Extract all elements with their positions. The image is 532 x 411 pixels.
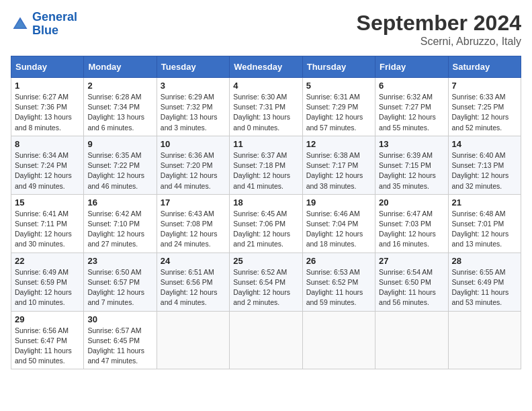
day-info: Sunrise: 6:37 AMSunset: 7:18 PMDaylight:… bbox=[233, 150, 298, 191]
calendar-cell: 4 Sunrise: 6:30 AMSunset: 7:31 PMDayligh… bbox=[230, 78, 302, 136]
day-number: 28 bbox=[452, 256, 517, 266]
calendar-cell: 30 Sunrise: 6:57 AMSunset: 6:45 PMDaylig… bbox=[84, 311, 157, 369]
day-info: Sunrise: 6:31 AMSunset: 7:29 PMDaylight:… bbox=[306, 92, 371, 133]
day-number: 11 bbox=[233, 139, 298, 149]
day-number: 19 bbox=[306, 197, 371, 208]
weekday-header-saturday: Saturday bbox=[448, 56, 521, 78]
day-number: 30 bbox=[87, 314, 152, 324]
logo: General Blue bbox=[11, 11, 77, 38]
day-number: 27 bbox=[379, 256, 444, 266]
day-number: 26 bbox=[306, 256, 371, 266]
day-number: 3 bbox=[161, 81, 226, 91]
logo-general: General bbox=[32, 10, 77, 24]
day-number: 9 bbox=[87, 139, 152, 149]
day-number: 23 bbox=[87, 256, 152, 266]
day-number: 5 bbox=[306, 81, 371, 91]
calendar-cell bbox=[230, 311, 302, 369]
day-info: Sunrise: 6:42 AMSunset: 7:10 PMDaylight:… bbox=[87, 209, 152, 250]
day-number: 24 bbox=[161, 256, 226, 266]
day-info: Sunrise: 6:34 AMSunset: 7:24 PMDaylight:… bbox=[15, 150, 80, 191]
day-info: Sunrise: 6:30 AMSunset: 7:31 PMDaylight:… bbox=[233, 92, 298, 133]
calendar-cell bbox=[448, 311, 521, 369]
day-number: 13 bbox=[379, 139, 444, 149]
day-number: 10 bbox=[161, 139, 226, 149]
weekday-header-friday: Friday bbox=[375, 56, 448, 78]
calendar-cell: 25 Sunrise: 6:52 AMSunset: 6:54 PMDaylig… bbox=[230, 253, 302, 311]
location: Scerni, Abruzzo, Italy bbox=[357, 36, 521, 48]
calendar-cell: 3 Sunrise: 6:29 AMSunset: 7:32 PMDayligh… bbox=[157, 78, 229, 136]
day-info: Sunrise: 6:50 AMSunset: 6:57 PMDaylight:… bbox=[87, 267, 152, 308]
weekday-header-wednesday: Wednesday bbox=[230, 56, 302, 78]
day-number: 12 bbox=[306, 139, 371, 149]
calendar-cell: 9 Sunrise: 6:35 AMSunset: 7:22 PMDayligh… bbox=[84, 136, 157, 194]
day-number: 15 bbox=[15, 197, 80, 208]
calendar-cell: 10 Sunrise: 6:36 AMSunset: 7:20 PMDaylig… bbox=[157, 136, 229, 194]
day-number: 25 bbox=[233, 256, 298, 266]
day-info: Sunrise: 6:46 AMSunset: 7:04 PMDaylight:… bbox=[306, 209, 371, 250]
calendar-cell: 2 Sunrise: 6:28 AMSunset: 7:34 PMDayligh… bbox=[84, 78, 157, 136]
day-number: 20 bbox=[379, 197, 444, 208]
logo-blue: Blue bbox=[32, 24, 58, 37]
day-info: Sunrise: 6:41 AMSunset: 7:11 PMDaylight:… bbox=[15, 209, 80, 250]
calendar-body: 1 Sunrise: 6:27 AMSunset: 7:36 PMDayligh… bbox=[11, 78, 521, 369]
logo-icon bbox=[11, 15, 30, 34]
day-number: 1 bbox=[15, 81, 80, 91]
calendar-cell: 13 Sunrise: 6:39 AMSunset: 7:15 PMDaylig… bbox=[375, 136, 448, 194]
calendar-cell: 7 Sunrise: 6:33 AMSunset: 7:25 PMDayligh… bbox=[448, 78, 521, 136]
day-info: Sunrise: 6:47 AMSunset: 7:03 PMDaylight:… bbox=[379, 209, 444, 250]
calendar-week-4: 22 Sunrise: 6:49 AMSunset: 6:59 PMDaylig… bbox=[11, 253, 521, 311]
calendar-cell bbox=[302, 311, 375, 369]
day-info: Sunrise: 6:45 AMSunset: 7:06 PMDaylight:… bbox=[233, 209, 298, 250]
day-info: Sunrise: 6:57 AMSunset: 6:45 PMDaylight:… bbox=[87, 326, 152, 367]
day-info: Sunrise: 6:52 AMSunset: 6:54 PMDaylight:… bbox=[233, 267, 298, 308]
calendar-cell: 12 Sunrise: 6:38 AMSunset: 7:17 PMDaylig… bbox=[302, 136, 375, 194]
day-number: 2 bbox=[87, 81, 152, 91]
day-info: Sunrise: 6:49 AMSunset: 6:59 PMDaylight:… bbox=[15, 267, 80, 308]
day-info: Sunrise: 6:33 AMSunset: 7:25 PMDaylight:… bbox=[452, 92, 517, 133]
day-info: Sunrise: 6:27 AMSunset: 7:36 PMDaylight:… bbox=[15, 92, 80, 133]
calendar-cell: 26 Sunrise: 6:53 AMSunset: 6:52 PMDaylig… bbox=[302, 253, 375, 311]
calendar-week-1: 1 Sunrise: 6:27 AMSunset: 7:36 PMDayligh… bbox=[11, 78, 521, 136]
day-info: Sunrise: 6:36 AMSunset: 7:20 PMDaylight:… bbox=[161, 150, 226, 191]
calendar-cell bbox=[157, 311, 229, 369]
calendar-cell: 19 Sunrise: 6:46 AMSunset: 7:04 PMDaylig… bbox=[302, 194, 375, 253]
calendar-cell: 6 Sunrise: 6:32 AMSunset: 7:27 PMDayligh… bbox=[375, 78, 448, 136]
day-number: 29 bbox=[15, 314, 80, 324]
day-number: 22 bbox=[15, 256, 80, 266]
day-info: Sunrise: 6:48 AMSunset: 7:01 PMDaylight:… bbox=[452, 209, 517, 250]
calendar-cell: 15 Sunrise: 6:41 AMSunset: 7:11 PMDaylig… bbox=[11, 194, 84, 253]
day-info: Sunrise: 6:54 AMSunset: 6:50 PMDaylight:… bbox=[379, 267, 444, 308]
calendar-cell: 5 Sunrise: 6:31 AMSunset: 7:29 PMDayligh… bbox=[302, 78, 375, 136]
day-number: 6 bbox=[379, 81, 444, 91]
day-number: 16 bbox=[87, 197, 152, 208]
month-year: September 2024 bbox=[357, 11, 521, 36]
calendar-cell: 27 Sunrise: 6:54 AMSunset: 6:50 PMDaylig… bbox=[375, 253, 448, 311]
day-number: 4 bbox=[233, 81, 298, 91]
weekday-header-monday: Monday bbox=[84, 56, 157, 78]
calendar-week-3: 15 Sunrise: 6:41 AMSunset: 7:11 PMDaylig… bbox=[11, 194, 521, 253]
day-info: Sunrise: 6:51 AMSunset: 6:56 PMDaylight:… bbox=[161, 267, 226, 308]
calendar-cell: 18 Sunrise: 6:45 AMSunset: 7:06 PMDaylig… bbox=[230, 194, 302, 253]
calendar-cell: 8 Sunrise: 6:34 AMSunset: 7:24 PMDayligh… bbox=[11, 136, 84, 194]
day-info: Sunrise: 6:55 AMSunset: 6:49 PMDaylight:… bbox=[452, 267, 517, 308]
day-info: Sunrise: 6:38 AMSunset: 7:17 PMDaylight:… bbox=[306, 150, 371, 191]
calendar-cell: 23 Sunrise: 6:50 AMSunset: 6:57 PMDaylig… bbox=[84, 253, 157, 311]
day-info: Sunrise: 6:43 AMSunset: 7:08 PMDaylight:… bbox=[161, 209, 226, 250]
day-number: 21 bbox=[452, 197, 517, 208]
calendar-cell: 20 Sunrise: 6:47 AMSunset: 7:03 PMDaylig… bbox=[375, 194, 448, 253]
calendar-cell: 17 Sunrise: 6:43 AMSunset: 7:08 PMDaylig… bbox=[157, 194, 229, 253]
logo-text: General Blue bbox=[32, 11, 77, 38]
weekday-header-tuesday: Tuesday bbox=[157, 56, 229, 78]
calendar-cell: 14 Sunrise: 6:40 AMSunset: 7:13 PMDaylig… bbox=[448, 136, 521, 194]
day-info: Sunrise: 6:28 AMSunset: 7:34 PMDaylight:… bbox=[87, 92, 152, 133]
calendar-week-2: 8 Sunrise: 6:34 AMSunset: 7:24 PMDayligh… bbox=[11, 136, 521, 194]
day-info: Sunrise: 6:40 AMSunset: 7:13 PMDaylight:… bbox=[452, 150, 517, 191]
header: General Blue September 2024 Scerni, Abru… bbox=[11, 11, 521, 48]
calendar-cell bbox=[375, 311, 448, 369]
calendar-cell: 16 Sunrise: 6:42 AMSunset: 7:10 PMDaylig… bbox=[84, 194, 157, 253]
day-number: 8 bbox=[15, 139, 80, 149]
calendar-cell: 29 Sunrise: 6:56 AMSunset: 6:47 PMDaylig… bbox=[11, 311, 84, 369]
day-info: Sunrise: 6:29 AMSunset: 7:32 PMDaylight:… bbox=[161, 92, 226, 133]
title-area: September 2024 Scerni, Abruzzo, Italy bbox=[357, 11, 521, 48]
day-info: Sunrise: 6:32 AMSunset: 7:27 PMDaylight:… bbox=[379, 92, 444, 133]
